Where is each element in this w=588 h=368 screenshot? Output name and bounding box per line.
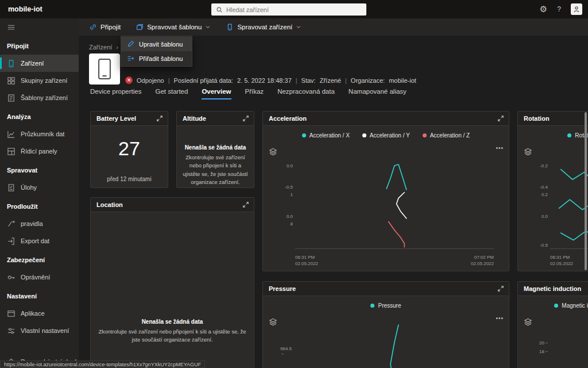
- rotation-chart: -0.2 -0.4 0.2 0.0 -0.5: [535, 162, 588, 249]
- series-dot: [302, 133, 306, 137]
- expand-icon[interactable]: [497, 285, 504, 292]
- sidebar-section-spravovat[interactable]: Spravovat: [0, 162, 79, 179]
- sidebar-section-nastaveni[interactable]: Nastavení: [0, 288, 79, 305]
- connect-button[interactable]: Připojit: [89, 23, 121, 31]
- search-input[interactable]: [226, 6, 362, 13]
- sidebar-item-aplikace[interactable]: Aplikace: [0, 305, 79, 322]
- y-tick: 964.5: [280, 346, 293, 356]
- sidebar-item-pravidla[interactable]: pravidla: [0, 215, 79, 232]
- device-toolbar: Připojit Spravovat šablonu Spravovat zař…: [79, 18, 588, 36]
- magnetic-legend: Magnetic induction / X: [518, 296, 588, 315]
- sidebar-item-export-dat[interactable]: Export dat: [0, 232, 79, 250]
- magnetic-band: 20 18: [535, 316, 588, 368]
- acceleration-band-x: 0.0 -0.5: [280, 162, 494, 191]
- tile-title: Pressure: [269, 285, 296, 292]
- pressure-chart: 964.5: [280, 316, 494, 368]
- legend-item[interactable]: Acceleration / X: [302, 132, 350, 139]
- manage-device-button[interactable]: Spravovat zařízení: [226, 23, 301, 31]
- chevron-down-icon: [205, 24, 211, 30]
- layers-icon[interactable]: [524, 317, 532, 326]
- sidebar-item-label: Řídicí panely: [21, 148, 57, 155]
- legend-label: Acceleration / Z: [430, 132, 470, 139]
- search-icon: [216, 6, 223, 13]
- rotation-plot: [550, 220, 588, 248]
- tab-overview[interactable]: Overview: [202, 88, 231, 99]
- menu-item-priradit-sablonu[interactable]: Přiřadit šablonu: [121, 51, 192, 66]
- legend-item[interactable]: Acceleration / Y: [362, 132, 410, 139]
- state-value: Zřízené: [320, 77, 341, 84]
- app-logo[interactable]: mobile-iot: [0, 5, 51, 13]
- legend-item[interactable]: Pressure: [370, 302, 401, 309]
- search-box[interactable]: [211, 3, 366, 16]
- disconnected-icon: ✕: [125, 76, 133, 84]
- tab-namapovane-aliasy[interactable]: Namapované aliasy: [349, 88, 407, 99]
- jobs-icon: [7, 183, 16, 192]
- tab-get-started[interactable]: Get started: [155, 88, 188, 99]
- tile-location: Location Nenašla se žádná data Zkontrolu…: [90, 197, 254, 368]
- breadcrumb-root[interactable]: Zařízení: [89, 44, 112, 51]
- sidebar-item-vlastni-nastaveni[interactable]: Vlastní nastavení: [0, 322, 79, 339]
- tab-prikaz[interactable]: Příkaz: [245, 88, 264, 99]
- y-tick: 0.0: [287, 163, 293, 168]
- device-groups-icon: [7, 76, 16, 85]
- y-tick: 18: [539, 349, 548, 354]
- expand-icon[interactable]: [156, 115, 163, 122]
- y-tick: 0.2: [541, 192, 548, 197]
- account-button[interactable]: [571, 3, 582, 15]
- sidebar-item-label: Oprávnění: [21, 274, 50, 281]
- manage-template-button[interactable]: Spravovat šablonu: [136, 23, 211, 31]
- breadcrumb-separator: ›: [116, 44, 118, 51]
- sidebar-item-label: Úlohy: [21, 184, 37, 191]
- phone-icon: [95, 57, 114, 80]
- sidebar-item-label: Šablony zařízení: [21, 94, 68, 101]
- more-options-icon[interactable]: •••: [496, 145, 504, 151]
- tile-pressure: Pressure Pressure ••• 964.5: [262, 281, 509, 368]
- sidebar-section-prodlouzit[interactable]: Prodloužit: [0, 198, 79, 215]
- sidebar-section-pripojit[interactable]: Připojit: [0, 37, 79, 55]
- sidebar-item-zarizeni[interactable]: Zařízení: [0, 55, 79, 72]
- sidebar-item-opravneni[interactable]: Oprávnění: [0, 269, 79, 286]
- sidebar-section-analyza[interactable]: Analýza: [0, 108, 79, 125]
- sidebar-item-label: Skupiny zařízení: [21, 77, 67, 84]
- sidebar-item-ridici-panely[interactable]: Řídicí panely: [0, 143, 79, 160]
- sidebar-item-label: Průzkumník dat: [21, 131, 64, 137]
- rotation-band-1: -0.2 -0.4: [535, 162, 588, 191]
- menu-item-upravit-sablonu[interactable]: Upravit šablonu: [121, 37, 192, 51]
- assign-icon: [127, 55, 134, 62]
- layers-icon[interactable]: [524, 147, 532, 156]
- menu-toggle-button[interactable]: [0, 18, 79, 36]
- no-data-message: Nenašla se žádná data Zkontrolujte své z…: [91, 319, 254, 344]
- expand-icon[interactable]: [242, 115, 249, 122]
- expand-icon[interactable]: [242, 201, 249, 208]
- layers-icon[interactable]: [269, 147, 277, 156]
- series-dot: [554, 304, 558, 308]
- series-dot: [370, 304, 374, 308]
- data-export-icon: [7, 237, 16, 246]
- sidebar-section-zabezpeceni[interactable]: Zabezpečení: [0, 251, 79, 269]
- y-tick: -0.5: [285, 185, 293, 190]
- x-label-start: 06:31 PM 02.05.2022: [550, 255, 573, 267]
- device-status-row: ✕ Odpojeno | Poslední přijatá data: 2. 5…: [125, 76, 416, 84]
- no-data-message: Nenašla se žádná data Zkontrolujte své z…: [177, 144, 254, 186]
- more-options-icon[interactable]: •••: [496, 315, 504, 321]
- legend-label: Pressure: [378, 302, 401, 309]
- permissions-icon: [7, 273, 16, 282]
- sidebar-item-sablony-zarizeni[interactable]: Šablony zařízení: [0, 89, 79, 106]
- sidebar-item-ulohy[interactable]: Úlohy: [0, 179, 79, 196]
- help-icon[interactable]: ?: [557, 5, 561, 13]
- legend-item[interactable]: Magnetic induction / X: [554, 302, 588, 309]
- sidebar-item-skupiny-zarizeni[interactable]: Skupiny zařízení: [0, 72, 79, 89]
- tile-altitude: Altitude Nenašla se žádná data Zkontrolu…: [176, 111, 254, 188]
- template-icon: [136, 23, 144, 31]
- layers-icon[interactable]: [269, 317, 277, 326]
- gear-icon[interactable]: ⚙: [540, 4, 547, 14]
- expand-icon[interactable]: [497, 115, 504, 122]
- legend-item[interactable]: Acceleration / Z: [423, 132, 470, 139]
- sidebar-item-pruzkumnik-dat[interactable]: Průzkumník dat: [0, 125, 79, 143]
- vertical-scrollbar[interactable]: [585, 112, 587, 270]
- tile-battery-level: Battery Level 27 před 12 minutami: [90, 111, 168, 188]
- device-image: [89, 53, 120, 85]
- tab-nezpracovana-data[interactable]: Nezpracovaná data: [277, 88, 335, 99]
- status-text: Odpojeno: [137, 77, 164, 84]
- tab-device-properties[interactable]: Device properties: [90, 88, 141, 99]
